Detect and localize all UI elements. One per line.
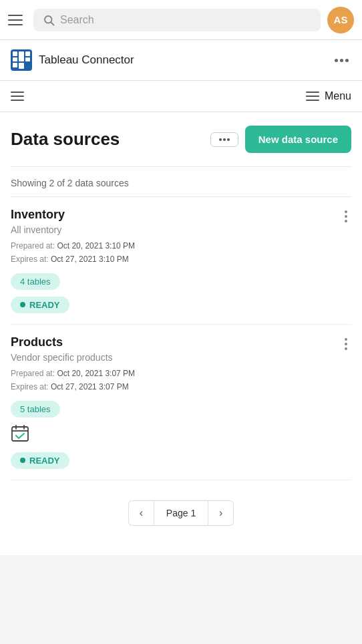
app-title: Tableau Connector	[39, 53, 325, 67]
datasource-description: All inventory	[11, 224, 341, 235]
avatar[interactable]: AS	[327, 7, 354, 33]
datasource-name: Inventory	[11, 208, 341, 222]
datasource-item: Products Vendor specific products Prepar…	[11, 325, 351, 480]
app-more-options-button[interactable]	[332, 56, 351, 65]
menu-button[interactable]: Menu	[306, 90, 351, 102]
datasource-info: Products Vendor specific products Prepar…	[11, 335, 341, 394]
page-title: Data sources	[11, 129, 120, 150]
svg-rect-2	[12, 427, 28, 441]
prepared-date: Oct 20, 2021 3:10 PM	[57, 241, 135, 251]
status-badge: READY	[11, 452, 69, 469]
search-container[interactable]: Search	[33, 9, 321, 31]
prepared-label: Prepared at:	[11, 369, 57, 378]
datasource-badges: 5 tables READY	[11, 394, 351, 469]
datasource-more-button[interactable]	[341, 335, 351, 353]
datasource-badges: 4 tables READY	[11, 267, 351, 313]
datasource-name: Products	[11, 335, 341, 349]
datasource-item-header: Products Vendor specific products Prepar…	[11, 335, 351, 394]
pagination-prev-button[interactable]: ‹	[128, 500, 154, 526]
datasource-item-header: Inventory All inventory Prepared at: Oct…	[11, 208, 351, 267]
menu-lines-icon	[306, 92, 319, 101]
expires-label: Expires at:	[11, 382, 51, 391]
main-content: Data sources New data source Showing 2 o…	[0, 112, 362, 555]
page-header: Data sources New data source	[11, 112, 351, 166]
datasource-dates: Prepared at: Oct 20, 2021 3:10 PM Expire…	[11, 239, 341, 267]
datasource-info: Inventory All inventory Prepared at: Oct…	[11, 208, 341, 267]
secondary-hamburger-icon[interactable]	[11, 92, 24, 101]
prepared-label: Prepared at:	[11, 241, 57, 251]
pagination-page-label: Page 1	[154, 500, 208, 526]
datasource-item: Inventory All inventory Prepared at: Oct…	[11, 197, 351, 325]
svg-line-1	[51, 22, 53, 25]
showing-count: Showing 2 of 2 data sources	[11, 167, 351, 196]
expires-date: Oct 27, 2021 3:07 PM	[51, 382, 129, 391]
app-header: Tableau Connector	[0, 40, 362, 81]
status-label: READY	[29, 456, 60, 466]
status-label: READY	[29, 300, 60, 310]
datasource-more-button[interactable]	[341, 208, 351, 225]
tables-tag: 5 tables	[11, 401, 60, 418]
status-dot	[20, 302, 25, 307]
tableau-icon	[11, 49, 32, 71]
more-options-button[interactable]	[210, 132, 238, 147]
tables-tag: 4 tables	[11, 273, 60, 290]
expires-label: Expires at:	[11, 255, 51, 264]
hamburger-menu-icon[interactable]	[8, 11, 27, 29]
datasource-list: Inventory All inventory Prepared at: Oct…	[11, 197, 351, 480]
search-input[interactable]: Search	[60, 14, 311, 26]
search-icon	[43, 14, 55, 26]
datasource-description: Vendor specific products	[11, 352, 341, 363]
new-data-source-button[interactable]: New data source	[245, 126, 351, 153]
pagination: ‹ Page 1 ›	[11, 480, 351, 539]
secondary-nav: Menu	[0, 81, 362, 112]
status-dot	[20, 458, 25, 463]
calendar-icon	[11, 424, 351, 446]
expires-date: Oct 27, 2021 3:10 PM	[51, 255, 129, 264]
menu-label-text: Menu	[325, 90, 351, 102]
pagination-next-button[interactable]: ›	[208, 500, 234, 526]
prepared-date: Oct 20, 2021 3:07 PM	[57, 369, 135, 378]
status-badge: READY	[11, 297, 69, 313]
top-bar: Search AS	[0, 0, 362, 40]
datasource-dates: Prepared at: Oct 20, 2021 3:07 PM Expire…	[11, 367, 341, 394]
page-actions: New data source	[210, 126, 351, 153]
